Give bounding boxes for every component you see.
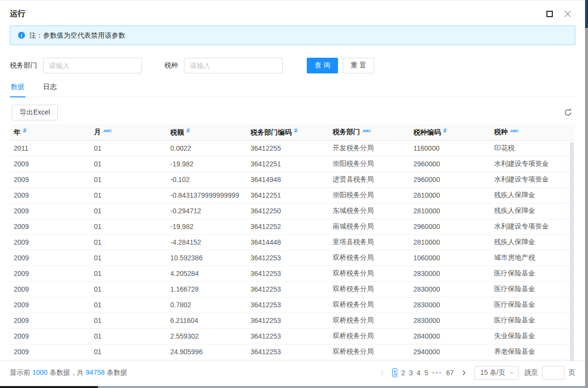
- column-header: 税额#: [166, 124, 247, 140]
- string-type-icon: ABC: [510, 129, 519, 133]
- table-cell: -19.982: [166, 156, 247, 172]
- table-cell: 1160000: [409, 140, 490, 156]
- page-size-select[interactable]: 15 条/页: [475, 366, 519, 380]
- table-cell: 2009: [10, 297, 90, 313]
- column-header: 月ABC: [90, 124, 166, 140]
- next-page-icon[interactable]: [458, 367, 470, 379]
- dialog-title: 运行: [10, 8, 25, 19]
- table-cell: 36412251: [247, 156, 329, 172]
- tax-input[interactable]: [184, 58, 283, 73]
- table-cell: 医疗保险基金: [490, 313, 575, 328]
- prev-page-icon[interactable]: [377, 367, 388, 379]
- column-header: 税种ABC: [490, 124, 575, 140]
- page-number-3[interactable]: 3: [409, 369, 413, 377]
- column-label: 税种编码: [413, 128, 441, 136]
- column-label: 月: [94, 128, 101, 136]
- table-cell: 36412253: [247, 266, 329, 281]
- table-cell: 01: [90, 203, 166, 219]
- page-number-1[interactable]: 1: [392, 368, 397, 377]
- page-number-4[interactable]: 4: [417, 369, 421, 377]
- table-cell: 01: [90, 172, 166, 187]
- table-cell: 01: [90, 266, 166, 281]
- table-header-row: 年#月ABC税额#税务部门编码#税务部门ABC税种编码#税种ABC: [10, 124, 575, 140]
- table-row: 2011010.002236412255开发税务分局1160000印花税: [10, 140, 575, 156]
- table-row: 20090124.90599636412253双桥税务分局2940000养老保险…: [10, 344, 575, 360]
- refresh-icon[interactable]: [564, 108, 572, 117]
- tab-bar: 数据 日志: [10, 77, 575, 97]
- table-row: 2009016.21160436412253双桥税务分局2830000医疗保险基…: [10, 313, 575, 328]
- page-number-2[interactable]: 2: [401, 369, 405, 377]
- table-cell: 2009: [10, 328, 90, 344]
- column-header: 税种编码#: [409, 124, 490, 140]
- page-ellipsis: •••: [432, 369, 442, 377]
- table-cell: 36412255: [247, 140, 329, 156]
- page-number-5[interactable]: 5: [425, 369, 429, 377]
- page-number-67[interactable]: 67: [446, 369, 454, 377]
- pagination: 12345•••67 15 条/页 跳至 页: [377, 366, 575, 380]
- dialog-footer: 显示前1000条数据，共94758条数据 12345•••67 15 条/页 跳…: [0, 361, 585, 384]
- table-cell: 南城税务分局: [329, 219, 409, 234]
- tax-label: 税种: [164, 61, 178, 70]
- table-cell: 养老保险基金: [490, 344, 575, 360]
- table-cell: 10.592386: [166, 250, 247, 266]
- table-cell: 双桥税务分局: [329, 266, 409, 281]
- column-header: 年#: [10, 124, 90, 140]
- table-scrollbar-thumb[interactable]: [570, 142, 574, 363]
- string-type-icon: ABC: [103, 129, 112, 133]
- table-cell: 2960000: [409, 156, 490, 172]
- table-cell: 36412253: [247, 328, 329, 344]
- table-cell: 残疾人保障金: [490, 234, 575, 250]
- table-cell: -4.284152: [166, 234, 247, 250]
- table-cell: 1.166728: [166, 281, 247, 297]
- table-cell: 24.905996: [166, 344, 247, 360]
- data-table: 年#月ABC税额#税务部门编码#税务部门ABC税种编码#税种ABC 201101…: [10, 124, 575, 365]
- table-cell: 双桥税务分局: [329, 297, 409, 313]
- reset-button[interactable]: 重 置: [343, 58, 374, 73]
- search-button[interactable]: 查 询: [307, 58, 338, 73]
- table-cell: 2960000: [409, 172, 490, 187]
- table-cell: 01: [90, 250, 166, 266]
- table-cell: 36412253: [247, 313, 329, 328]
- table-cell: 2009: [10, 187, 90, 203]
- table-cell: 里塔县税务局: [329, 234, 409, 250]
- tab-log[interactable]: 日志: [42, 77, 58, 97]
- table-cell: 水利建设专项资金: [490, 219, 575, 234]
- table-cell: 01: [90, 328, 166, 344]
- alert-text: 注：参数值为空代表禁用该参数: [29, 30, 125, 41]
- table-cell: 崇阳税务分局: [329, 187, 409, 203]
- table-cell: -19.982: [166, 219, 247, 234]
- table-cell: 01: [90, 234, 166, 250]
- table-cell: 双桥税务分局: [329, 313, 409, 328]
- numeric-type-icon: #: [186, 127, 190, 134]
- window-controls: [546, 10, 571, 18]
- table-cell: 2.559302: [166, 328, 247, 344]
- tab-data[interactable]: 数据: [10, 77, 25, 97]
- export-excel-button[interactable]: 导出Excel: [12, 105, 58, 120]
- string-type-icon: ABC: [362, 129, 371, 133]
- dept-input[interactable]: [43, 58, 142, 73]
- table-cell: -0.102: [166, 172, 247, 187]
- jump-to-page-input[interactable]: [542, 366, 565, 380]
- summary-shown-count: 1000: [32, 368, 47, 376]
- column-label: 税额: [170, 128, 184, 136]
- table-cell: 01: [90, 187, 166, 203]
- table-cell: 2830000: [409, 281, 490, 297]
- summary-mid: 条数据，共: [49, 368, 84, 376]
- table-cell: 水利建设专项资金: [490, 156, 575, 172]
- dialog-header: 运行: [0, 0, 585, 25]
- table-row: 2009010.780236412253双桥税务分局2830000医疗保险基金: [10, 297, 575, 313]
- jump-to-label: 跳至: [524, 368, 538, 377]
- table-cell: 2830000: [409, 297, 490, 313]
- numeric-type-icon: #: [443, 127, 447, 134]
- table-cell: 36412252: [247, 219, 329, 234]
- close-icon[interactable]: [564, 10, 571, 18]
- maximize-icon[interactable]: [546, 11, 553, 17]
- chevron-down-icon: [509, 370, 514, 375]
- table-cell: 双桥税务分局: [329, 328, 409, 344]
- table-cell: 2009: [10, 281, 90, 297]
- column-header: 税务部门编码#: [247, 124, 329, 140]
- table-row: 20090110.59238636412253双桥税务分局1060000城市房地…: [10, 250, 575, 266]
- table-row: 2009011.16672836412253双桥税务分局2830000医疗保险基…: [10, 281, 575, 297]
- table-cell: 4.205284: [166, 266, 247, 281]
- table-cell: 2830000: [409, 266, 490, 281]
